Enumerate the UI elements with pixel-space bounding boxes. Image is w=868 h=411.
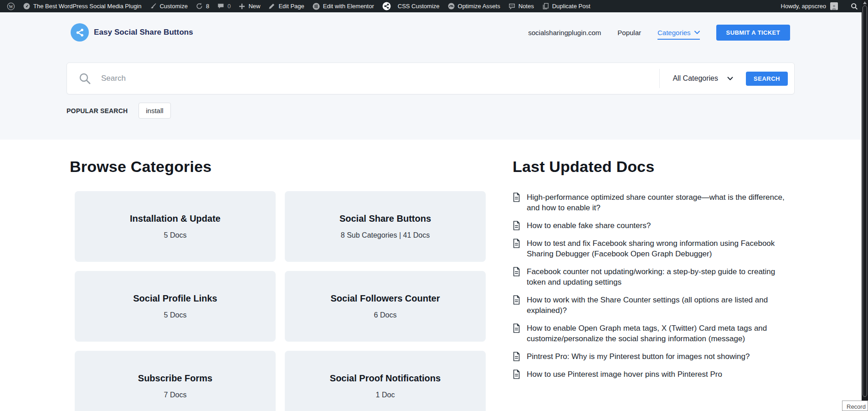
adminbar-updates[interactable]: 8	[192, 0, 213, 12]
submit-ticket-button[interactable]: SUBMIT A TICKET	[716, 25, 790, 41]
update-icon	[196, 3, 203, 10]
site-logo[interactable]: Easy Social Share Buttons	[71, 23, 193, 42]
adminbar-notes[interactable]: Notes	[504, 0, 538, 12]
wordpress-logo-icon: W	[7, 2, 15, 10]
category-meta: 6 Docs	[374, 311, 397, 319]
category-card-social-profile-links[interactable]: Social Profile Links 5 Docs	[75, 271, 276, 342]
doc-title: High-performance optimized share counter…	[527, 192, 794, 213]
nav-categories-label: Categories	[657, 29, 691, 36]
nav-popular[interactable]: Popular	[617, 29, 641, 36]
scrollbar-thumb[interactable]	[863, 5, 867, 397]
popular-search-row: POPULAR SEARCH install	[67, 103, 171, 119]
duplicate-post-label: Duplicate Post	[552, 3, 591, 10]
wp-logo-menu[interactable]: W	[3, 0, 19, 12]
record-toast: Record	[842, 401, 868, 411]
category-title: Social Followers Counter	[330, 293, 440, 304]
gauge-icon	[448, 3, 455, 10]
category-card-social-proof-notifications[interactable]: Social Proof Notifications 1 Doc	[285, 351, 486, 411]
category-title: Social Profile Links	[133, 293, 217, 304]
adminbar-optimize-assets[interactable]: Optimize Assets	[444, 0, 504, 12]
howdy-label: Howdy, appscreo	[781, 3, 826, 10]
doc-link[interactable]: How to enable fake share counters?	[513, 220, 797, 231]
share-logo-icon	[71, 23, 89, 42]
adminbar-comments[interactable]: 0	[213, 0, 235, 12]
scrollbar-up-arrow[interactable]	[863, 1, 867, 4]
comments-count: 0	[227, 3, 231, 10]
category-filter-value: All Categories	[673, 74, 718, 83]
customize-label: Customize	[159, 3, 187, 10]
wp-admin-bar: W The Best WordPress Social Media Plugin…	[0, 0, 868, 12]
adminbar-customize[interactable]: Customize	[145, 0, 191, 12]
svg-text:W: W	[9, 4, 13, 9]
essb-share-icon	[382, 2, 391, 10]
category-meta: 5 Docs	[164, 311, 187, 319]
popular-term-install[interactable]: install	[139, 103, 170, 119]
doc-title: How to enable Open Graph meta tags, X (T…	[527, 323, 794, 344]
css-customize-label: CSS Customize	[398, 3, 440, 10]
category-meta: 1 Doc	[376, 391, 395, 399]
adminbar-edit-with-elementor[interactable]: Edit with Elementor	[308, 0, 378, 12]
doc-link[interactable]: How to work with the Share Counter setti…	[513, 295, 797, 316]
document-icon	[513, 239, 520, 259]
browse-categories-heading: Browse Categories	[70, 158, 211, 176]
category-grid: Installation & Update 5 Docs Social Shar…	[75, 191, 486, 411]
nav-categories[interactable]: Categories	[657, 29, 700, 40]
search-input[interactable]	[101, 74, 659, 83]
doc-link[interactable]: How to enable Open Graph meta tags, X (T…	[513, 323, 797, 344]
edit-page-label: Edit Page	[278, 3, 304, 10]
adminbar-site-name[interactable]: The Best WordPress Social Media Plugin	[19, 0, 145, 12]
adminbar-new[interactable]: New	[235, 0, 264, 12]
avatar	[830, 2, 838, 10]
category-title: Social Share Buttons	[339, 213, 431, 224]
category-card-installation-update[interactable]: Installation & Update 5 Docs	[75, 191, 276, 262]
category-meta: 8 Sub Categories | 41 Docs	[341, 231, 430, 239]
category-card-subscribe-forms[interactable]: Subscribe Forms 7 Docs	[75, 351, 276, 411]
document-icon	[513, 267, 520, 287]
document-icon	[513, 295, 520, 316]
doc-link[interactable]: High-performance optimized share counter…	[513, 192, 797, 213]
chevron-down-icon	[727, 77, 733, 81]
page-scrollbar[interactable]	[862, 0, 868, 411]
category-filter-dropdown[interactable]: All Categories	[659, 69, 744, 88]
chevron-down-icon	[694, 31, 700, 34]
optimize-assets-label: Optimize Assets	[458, 3, 500, 10]
docs-list: High-performance optimized share counter…	[513, 192, 797, 380]
adminbar-edit-page[interactable]: Edit Page	[264, 0, 308, 12]
edit-with-elementor-label: Edit with Elementor	[323, 3, 374, 10]
paintbrush-icon	[149, 3, 156, 10]
search-magnifier-icon	[79, 73, 91, 85]
site-name-label: The Best WordPress Social Media Plugin	[33, 3, 141, 10]
category-card-social-share-buttons[interactable]: Social Share Buttons 8 Sub Categories | …	[285, 191, 486, 262]
doc-search-panel: All Categories SEARCH	[67, 62, 795, 94]
site-icon	[23, 3, 30, 10]
category-card-social-followers-counter[interactable]: Social Followers Counter 6 Docs	[285, 271, 486, 342]
doc-title: How to enable fake share counters?	[527, 220, 651, 231]
main-content: Browse Categories Installation & Update …	[0, 140, 868, 411]
updates-count: 8	[206, 3, 209, 10]
adminbar-my-account[interactable]: Howdy, appscreo	[777, 0, 842, 12]
document-icon	[513, 369, 520, 380]
search-icon	[851, 3, 858, 10]
document-icon	[513, 221, 520, 231]
nav-socialsharingplugin[interactable]: socialsharingplugin.com	[528, 29, 601, 36]
popular-search-label: POPULAR SEARCH	[67, 107, 128, 114]
adminbar-search[interactable]	[847, 0, 858, 12]
doc-title: How to work with the Share Counter setti…	[527, 295, 794, 316]
doc-link[interactable]: How to test and fix Facebook sharing wro…	[513, 238, 797, 259]
doc-link[interactable]: Facebook counter not updating/working: a…	[513, 266, 797, 287]
notes-label: Notes	[519, 3, 534, 10]
doc-link[interactable]: How to use Pinterest image hover pins wi…	[513, 369, 797, 380]
duplicate-pages-icon	[542, 3, 549, 10]
document-icon	[513, 323, 520, 344]
category-title: Installation & Update	[130, 213, 221, 224]
search-button[interactable]: SEARCH	[746, 72, 788, 86]
adminbar-duplicate-post[interactable]: Duplicate Post	[538, 0, 595, 12]
adminbar-css-customize[interactable]: CSS Customize	[378, 0, 444, 12]
last-updated-docs-section: Last Updated Docs High-performance optim…	[513, 158, 797, 387]
doc-title: Pintrest Pro: Why is my Pinterest button…	[527, 351, 750, 362]
notes-bubble-icon	[508, 3, 515, 10]
last-updated-docs-heading: Last Updated Docs	[513, 158, 797, 176]
doc-link[interactable]: Pintrest Pro: Why is my Pinterest button…	[513, 351, 797, 362]
pencil-icon	[268, 3, 275, 10]
plus-icon	[239, 3, 245, 10]
